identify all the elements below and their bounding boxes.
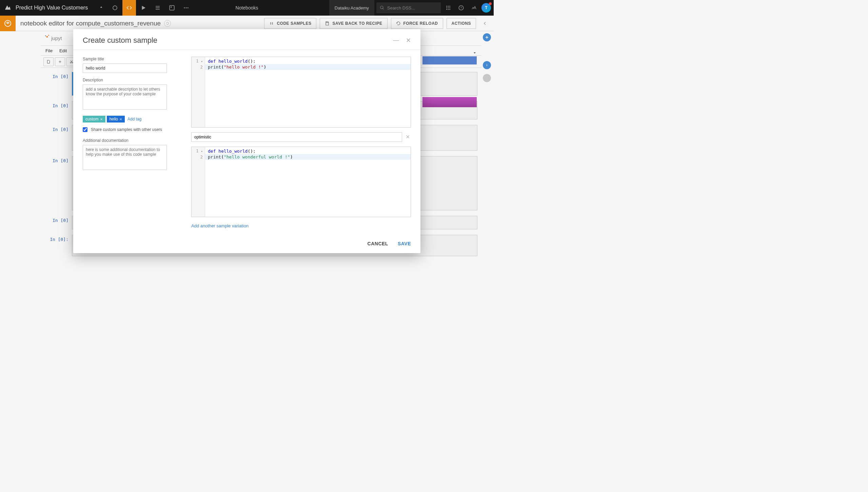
additional-doc-label: Additional documentation — [83, 138, 178, 143]
minimize-icon[interactable]: ― — [393, 37, 399, 44]
code-gutter: 1 ▾2 — [192, 147, 205, 217]
main-code-editor[interactable]: 1 ▾2 def hello_world(): print("hello wor… — [191, 57, 411, 128]
description-label: Description — [83, 78, 178, 82]
share-checkbox[interactable] — [83, 127, 87, 132]
description-textarea[interactable] — [83, 84, 167, 110]
sample-title-input[interactable] — [83, 63, 167, 73]
remove-tag-icon[interactable]: ✕ — [119, 117, 122, 121]
close-icon[interactable]: ✕ — [406, 37, 411, 44]
modal-backdrop: Create custom sample ― ✕ Sample title De… — [0, 0, 494, 280]
add-tag-link[interactable]: Add tag — [127, 117, 141, 121]
sample-title-label: Sample title — [83, 57, 178, 61]
code-content[interactable]: def hello_world(): print("hello world !"… — [205, 57, 411, 127]
add-variation-link[interactable]: Add another sample variation — [191, 222, 411, 228]
modal-footer: CANCEL SAVE — [73, 235, 420, 253]
remove-tag-icon[interactable]: ✕ — [100, 117, 103, 121]
code-gutter: 1 ▾2 — [192, 57, 205, 127]
cancel-button[interactable]: CANCEL — [368, 241, 388, 246]
tag-chip[interactable]: custom✕ — [83, 116, 105, 122]
share-label: Share custom samples with other users — [91, 127, 162, 132]
create-sample-modal: Create custom sample ― ✕ Sample title De… — [73, 29, 420, 253]
modal-header: Create custom sample ― ✕ — [73, 29, 420, 50]
tag-chip[interactable]: hello✕ — [107, 116, 125, 122]
variation-name-input[interactable] — [191, 132, 402, 142]
variation-code-editor[interactable]: 1 ▾2 def hello_world(): print("hello won… — [191, 147, 411, 217]
code-content[interactable]: def hello_world(): print("hello wonderfu… — [205, 147, 411, 217]
save-button[interactable]: SAVE — [398, 241, 411, 246]
tags-row: custom✕ hello✕ Add tag — [83, 116, 178, 122]
modal-title: Create custom sample — [83, 36, 157, 45]
additional-doc-textarea[interactable] — [83, 145, 167, 170]
remove-variation-icon[interactable]: ✕ — [406, 134, 411, 140]
